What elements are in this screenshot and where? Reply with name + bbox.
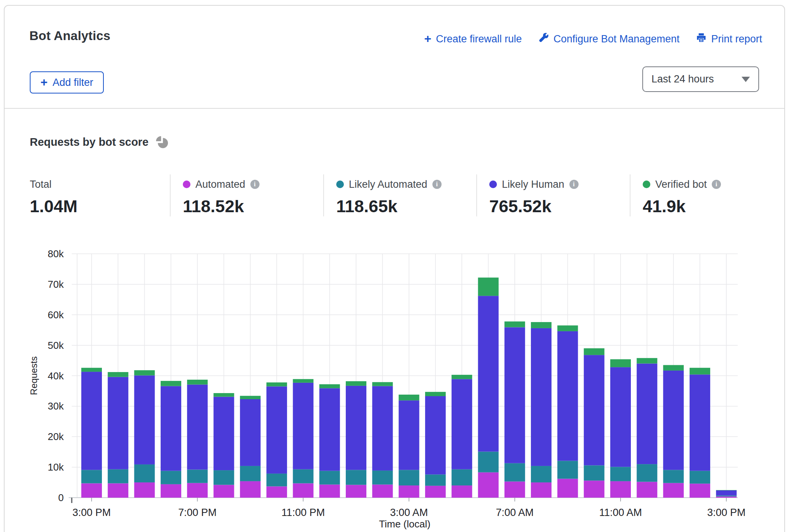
bar-segment-likely-automated[interactable] <box>584 465 605 480</box>
bar-segment-likely-human[interactable] <box>187 385 208 470</box>
bar-segment-likely-automated[interactable] <box>505 463 525 482</box>
bar-segment-verified-bot[interactable] <box>187 380 208 385</box>
bar-segment-verified-bot[interactable] <box>610 359 631 367</box>
bar-segment-verified-bot[interactable] <box>372 382 393 386</box>
bar-segment-automated[interactable] <box>478 472 499 498</box>
add-filter-button[interactable]: + Add filter <box>30 71 104 94</box>
bar-segment-automated[interactable] <box>108 483 128 498</box>
bar-segment-likely-human[interactable] <box>505 327 525 463</box>
bar-segment-verified-bot[interactable] <box>584 348 605 355</box>
bar-segment-verified-bot[interactable] <box>637 358 657 363</box>
bar-segment-likely-human[interactable] <box>161 386 181 471</box>
bar-segment-verified-bot[interactable] <box>266 382 287 386</box>
bar-segment-verified-bot[interactable] <box>108 372 128 377</box>
bar-segment-verified-bot[interactable] <box>531 322 551 328</box>
bar-segment-verified-bot[interactable] <box>690 368 710 375</box>
bar-segment-verified-bot[interactable] <box>81 368 102 372</box>
bar-segment-likely-automated[interactable] <box>240 466 261 481</box>
print-report-link[interactable]: Print report <box>696 32 762 45</box>
bar-segment-likely-human[interactable] <box>293 383 313 469</box>
bar-segment-likely-automated[interactable] <box>81 470 102 483</box>
bar-segment-verified-bot[interactable] <box>505 321 525 327</box>
bar-segment-automated[interactable] <box>451 485 472 498</box>
bar-segment-automated[interactable] <box>716 497 737 498</box>
bar-segment-verified-bot[interactable] <box>478 277 499 296</box>
bar-segment-likely-human[interactable] <box>108 377 128 469</box>
bar-segment-likely-automated[interactable] <box>478 451 499 472</box>
bar-segment-likely-human[interactable] <box>346 386 366 470</box>
bar-segment-likely-automated[interactable] <box>663 470 684 483</box>
bar-segment-automated[interactable] <box>399 485 419 498</box>
bar-segment-automated[interactable] <box>134 482 155 498</box>
bar-segment-automated[interactable] <box>584 480 605 498</box>
bar-segment-automated[interactable] <box>240 481 261 498</box>
bar-segment-likely-automated[interactable] <box>108 469 128 484</box>
bar-segment-likely-automated[interactable] <box>293 469 313 484</box>
time-range-select[interactable]: Last 24 hours <box>642 66 759 92</box>
bar-segment-likely-human[interactable] <box>214 397 234 470</box>
info-icon[interactable]: i <box>712 180 721 189</box>
bar-segment-likely-automated[interactable] <box>214 470 234 485</box>
bar-segment-automated[interactable] <box>214 485 234 498</box>
bar-segment-automated[interactable] <box>557 479 578 498</box>
configure-bot-management-link[interactable]: Configure Bot Management <box>538 32 679 45</box>
bar-segment-automated[interactable] <box>610 481 631 498</box>
bar-segment-likely-automated[interactable] <box>425 474 446 486</box>
bar-segment-likely-automated[interactable] <box>134 464 155 482</box>
bar-segment-likely-human[interactable] <box>134 376 155 464</box>
bar-segment-verified-bot[interactable] <box>663 365 684 371</box>
bar-segment-likely-automated[interactable] <box>266 474 287 487</box>
bar-segment-automated[interactable] <box>663 483 684 498</box>
bar-segment-verified-bot[interactable] <box>240 396 261 399</box>
bar-segment-verified-bot[interactable] <box>161 381 181 386</box>
bar-segment-verified-bot[interactable] <box>557 326 578 331</box>
bar-segment-likely-automated[interactable] <box>451 469 472 485</box>
bar-segment-verified-bot[interactable] <box>399 395 419 400</box>
bar-segment-likely-automated[interactable] <box>690 471 710 484</box>
bar-segment-likely-human[interactable] <box>451 379 472 469</box>
create-firewall-rule-link[interactable]: + Create firewall rule <box>424 33 522 45</box>
bar-segment-verified-bot[interactable] <box>451 375 472 379</box>
bar-segment-likely-automated[interactable] <box>557 461 578 479</box>
bar-segment-likely-human[interactable] <box>584 355 605 465</box>
bar-segment-likely-automated[interactable] <box>161 471 181 484</box>
bar-segment-likely-human[interactable] <box>610 367 631 467</box>
bar-segment-likely-automated[interactable] <box>399 470 419 485</box>
bar-segment-automated[interactable] <box>319 485 340 498</box>
bar-segment-likely-human[interactable] <box>266 386 287 473</box>
bar-segment-likely-human[interactable] <box>637 364 657 464</box>
bar-segment-likely-human[interactable] <box>399 400 419 470</box>
bar-segment-likely-automated[interactable] <box>610 467 631 481</box>
bar-segment-likely-human[interactable] <box>478 296 499 451</box>
bar-segment-likely-human[interactable] <box>319 388 340 471</box>
bar-segment-likely-human[interactable] <box>557 331 578 461</box>
bar-segment-automated[interactable] <box>372 485 393 498</box>
bar-segment-automated[interactable] <box>531 482 551 498</box>
bar-segment-automated[interactable] <box>266 486 287 498</box>
bar-segment-automated[interactable] <box>346 485 366 498</box>
bar-segment-verified-bot[interactable] <box>214 393 234 397</box>
bar-segment-likely-human[interactable] <box>240 399 261 466</box>
info-icon[interactable]: i <box>569 180 579 189</box>
bar-segment-likely-human[interactable] <box>716 490 737 496</box>
bar-segment-likely-automated[interactable] <box>187 470 208 483</box>
bar-segment-verified-bot[interactable] <box>293 379 313 383</box>
bar-segment-automated[interactable] <box>187 483 208 498</box>
bar-segment-likely-human[interactable] <box>690 374 710 471</box>
bar-segment-likely-automated[interactable] <box>716 495 737 496</box>
bar-segment-automated[interactable] <box>637 482 657 498</box>
bar-segment-likely-automated[interactable] <box>372 471 393 485</box>
bar-segment-verified-bot[interactable] <box>716 490 737 490</box>
bar-segment-likely-automated[interactable] <box>346 470 366 485</box>
bar-segment-likely-automated[interactable] <box>637 464 657 482</box>
bar-segment-automated[interactable] <box>293 483 313 498</box>
bar-segment-automated[interactable] <box>690 484 710 498</box>
bar-segment-likely-human[interactable] <box>663 371 684 470</box>
bar-segment-verified-bot[interactable] <box>425 392 446 396</box>
bar-segment-automated[interactable] <box>505 482 525 498</box>
bar-segment-likely-automated[interactable] <box>319 471 340 485</box>
info-icon[interactable]: i <box>432 180 442 189</box>
info-icon[interactable]: i <box>250 180 260 189</box>
bar-segment-likely-human[interactable] <box>531 328 551 466</box>
bar-segment-verified-bot[interactable] <box>319 384 340 388</box>
